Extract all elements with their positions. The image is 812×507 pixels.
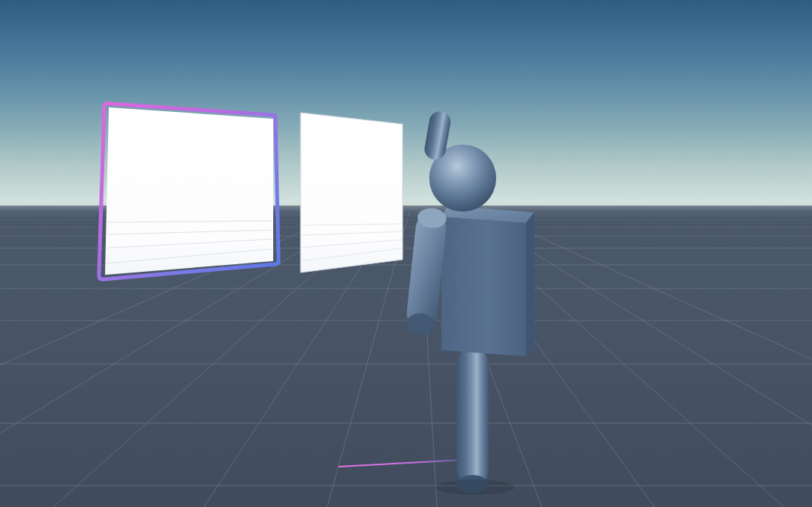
svg-marker-22	[301, 113, 403, 273]
avatar-shadow	[435, 480, 514, 495]
svg-marker-36	[441, 217, 526, 356]
svg-rect-33	[457, 349, 489, 486]
svg-line-32	[339, 460, 464, 467]
editor-viewport[interactable]	[0, 0, 812, 507]
svg-marker-23	[105, 107, 273, 275]
selection-baseline	[339, 460, 464, 467]
svg-rect-38	[405, 212, 447, 330]
svg-marker-37	[526, 212, 534, 356]
ui-panel-2[interactable]	[301, 113, 403, 273]
ui-panel-selected[interactable]	[99, 104, 279, 279]
avatar-leg	[457, 349, 489, 493]
avatar-torso	[441, 206, 534, 356]
